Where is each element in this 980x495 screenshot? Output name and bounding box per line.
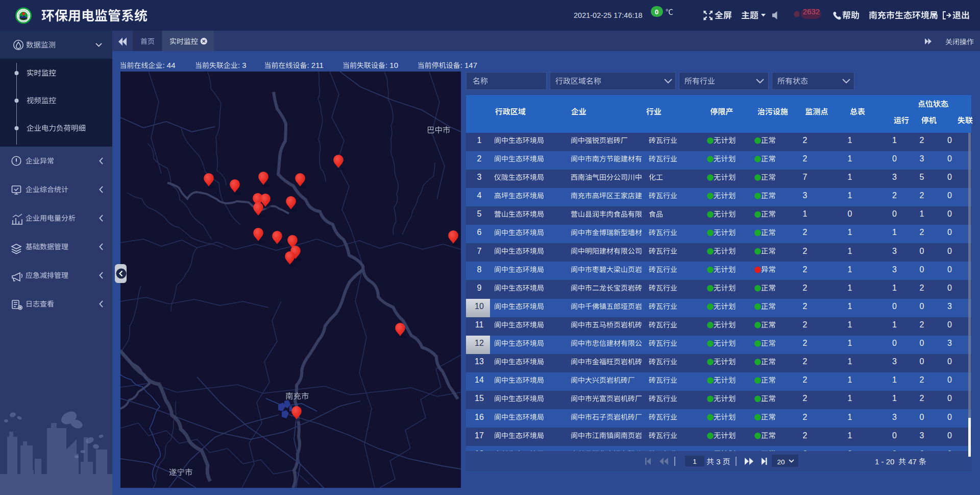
svg-text:0: 0 <box>892 339 897 347</box>
svg-text:0: 0 <box>947 357 952 366</box>
svg-text:1: 1 <box>848 320 852 329</box>
svg-text:5: 5 <box>477 209 482 218</box>
svg-text:0: 0 <box>947 394 952 403</box>
svg-text:1: 1 <box>920 209 924 218</box>
svg-text:14: 14 <box>475 375 484 384</box>
svg-text:20: 20 <box>777 458 785 466</box>
svg-text:2: 2 <box>803 357 807 366</box>
svg-text:0: 0 <box>848 450 852 458</box>
svg-text:3: 3 <box>892 357 897 366</box>
svg-text:4: 4 <box>477 191 482 200</box>
svg-text:2632: 2632 <box>803 7 820 16</box>
svg-text:2: 2 <box>803 154 807 163</box>
svg-text:3: 3 <box>477 173 482 181</box>
svg-text:1: 1 <box>848 136 852 145</box>
svg-text:0: 0 <box>947 431 952 440</box>
svg-text:1: 1 <box>477 136 482 145</box>
svg-text:: 3: : 3 <box>238 61 247 69</box>
svg-text:2: 2 <box>803 375 807 384</box>
svg-text:2: 2 <box>920 191 924 200</box>
svg-text:0: 0 <box>920 302 924 311</box>
svg-text:1: 1 <box>848 228 852 237</box>
svg-text:7: 7 <box>477 247 482 255</box>
svg-text:2: 2 <box>803 247 807 255</box>
svg-text:3: 3 <box>892 247 897 255</box>
svg-text:0: 0 <box>947 450 952 458</box>
svg-text:0: 0 <box>947 136 952 145</box>
svg-text:0: 0 <box>920 413 924 421</box>
svg-text:: 44: : 44 <box>163 61 176 69</box>
svg-text:1: 1 <box>848 265 852 274</box>
svg-text:3: 3 <box>892 413 897 421</box>
svg-text:1: 1 <box>848 357 852 366</box>
svg-text:3: 3 <box>920 431 924 440</box>
svg-text:47: 47 <box>908 457 917 466</box>
svg-text:0: 0 <box>947 265 952 274</box>
svg-text:1: 1 <box>803 209 807 218</box>
svg-text:2: 2 <box>920 228 924 237</box>
svg-text:2: 2 <box>803 265 807 274</box>
svg-text:0: 0 <box>947 228 952 237</box>
svg-text:1: 1 <box>892 284 897 292</box>
svg-text:1 - 20: 1 - 20 <box>875 457 894 466</box>
svg-text:2: 2 <box>803 339 807 347</box>
svg-text:0: 0 <box>947 247 952 255</box>
svg-text:2: 2 <box>920 375 924 384</box>
svg-text:1: 1 <box>848 154 852 163</box>
svg-text:9: 9 <box>477 284 482 292</box>
svg-text:3: 3 <box>803 191 807 200</box>
svg-text:0: 0 <box>892 302 897 311</box>
svg-text:2: 2 <box>892 191 897 200</box>
svg-text:2: 2 <box>477 154 482 163</box>
svg-text:0: 0 <box>892 154 897 163</box>
svg-text:3: 3 <box>892 265 897 274</box>
svg-text:5: 5 <box>920 173 924 181</box>
svg-text:1: 1 <box>848 339 852 347</box>
svg-text:1: 1 <box>892 375 897 384</box>
svg-text:1: 1 <box>848 247 852 255</box>
svg-text:1: 1 <box>892 228 897 237</box>
svg-text:1: 1 <box>848 413 852 421</box>
svg-text:0: 0 <box>920 357 924 366</box>
svg-text:: 211: : 211 <box>307 61 324 69</box>
svg-text:3: 3 <box>892 173 897 181</box>
svg-text:0: 0 <box>892 209 897 218</box>
svg-text:12: 12 <box>475 339 484 347</box>
svg-text:2021-02-25 17:46:18: 2021-02-25 17:46:18 <box>574 11 643 19</box>
svg-text:3: 3 <box>716 457 720 466</box>
svg-text:16: 16 <box>475 413 484 421</box>
svg-text:2: 2 <box>803 394 807 403</box>
svg-text:2: 2 <box>803 431 807 440</box>
svg-text:0: 0 <box>920 265 924 274</box>
svg-text:0: 0 <box>947 413 952 421</box>
svg-text:1: 1 <box>892 394 897 403</box>
svg-text:6: 6 <box>803 450 807 458</box>
svg-text:1: 1 <box>848 191 852 200</box>
svg-text:2: 2 <box>920 394 924 403</box>
svg-text:2: 2 <box>920 320 924 329</box>
svg-text:2: 2 <box>803 284 807 292</box>
svg-text:: 10: : 10 <box>385 61 398 69</box>
svg-text:2: 2 <box>803 302 807 311</box>
svg-text:2: 2 <box>803 320 807 329</box>
svg-text:10: 10 <box>475 302 484 311</box>
svg-text:0: 0 <box>848 209 852 218</box>
svg-text:6: 6 <box>920 450 924 458</box>
svg-text:15: 15 <box>475 394 484 403</box>
svg-text:1: 1 <box>848 431 852 440</box>
svg-text:1: 1 <box>892 320 897 329</box>
svg-text:3: 3 <box>920 154 924 163</box>
svg-text:1: 1 <box>892 136 897 145</box>
svg-text:0: 0 <box>920 339 924 347</box>
svg-text:0: 0 <box>947 154 952 163</box>
svg-text:3: 3 <box>947 339 952 347</box>
svg-text:0: 0 <box>947 284 952 292</box>
svg-text:: 147: : 147 <box>460 61 477 69</box>
svg-text:1: 1 <box>848 302 852 311</box>
svg-text:2: 2 <box>920 284 924 292</box>
svg-text:3: 3 <box>947 302 952 311</box>
svg-text:1: 1 <box>848 375 852 384</box>
svg-text:0: 0 <box>947 191 952 200</box>
svg-text:2: 2 <box>803 228 807 237</box>
svg-text:17: 17 <box>475 431 484 440</box>
